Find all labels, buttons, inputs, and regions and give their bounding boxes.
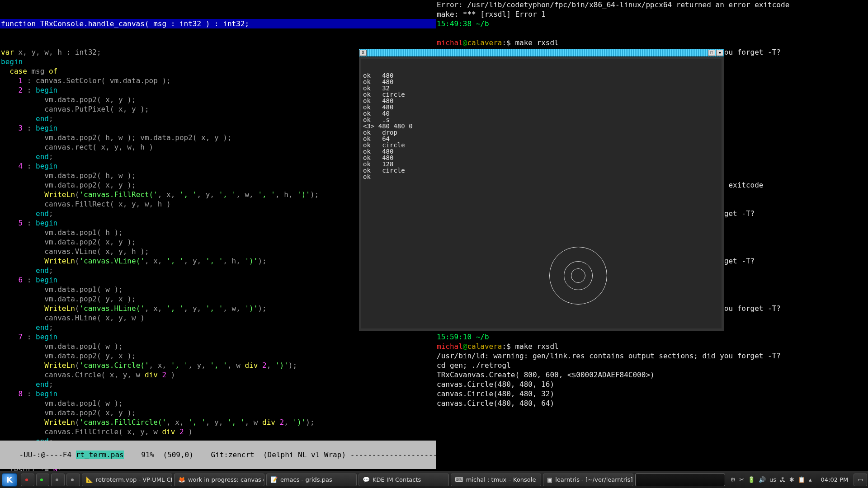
tray-battery-icon[interactable]: 🔋	[748, 476, 755, 483]
sdl-canvas	[361, 59, 722, 328]
tray-expand-icon[interactable]: ▴	[809, 476, 812, 483]
drawn-circle	[549, 247, 607, 305]
task-button[interactable]: 📝emacs - grids.pas	[266, 474, 357, 486]
task-button[interactable]: 📐retroterm.vpp - VP-UML CE (	[82, 474, 172, 486]
tray-kbd-layout[interactable]: us	[769, 476, 776, 483]
quicklaunch-1[interactable]	[21, 474, 34, 486]
status-filename: rt_term.pas	[76, 450, 124, 459]
tray-network-icon[interactable]: 🖧	[780, 476, 786, 483]
task-button[interactable]: ⌨michal : tmux – Konsole	[451, 474, 541, 486]
status-left: -UU-:@----F4	[19, 450, 76, 459]
tray-clipboard-icon[interactable]: 📋	[798, 476, 805, 483]
editor-statusbar: -UU-:@----F4 rt_term.pas 91% (509,0) Git…	[0, 441, 436, 469]
sdl-window[interactable]: X □ ▾ ok 480 ok 480 ok 32 ok circle ok 4…	[358, 48, 725, 332]
system-tray[interactable]: ⚙ ✂ 🔋 🔊 us 🖧 ✱ 📋 ▴	[726, 476, 816, 483]
sdl-client: ok 480 ok 480 ok 32 ok circle ok 480 ok …	[361, 59, 722, 328]
editor-header: function TRxConsole.handle_canvas( msg :…	[0, 19, 436, 28]
task-button[interactable]: 🦊work in progress: canvas dev	[174, 474, 264, 486]
sdl-titlebar[interactable]: X □ ▾	[359, 49, 724, 57]
kde-menu-button[interactable]: K	[2, 473, 17, 487]
quicklaunch-2[interactable]	[36, 474, 50, 486]
task-button[interactable]: 💬KDE IM Contacts	[359, 474, 449, 486]
maximize-icon[interactable]: □	[708, 50, 715, 56]
minimize-icon[interactable]: ▾	[716, 50, 723, 56]
taskbar[interactable]: K 📐retroterm.vpp - VP-UML CE (🦊work in p…	[0, 471, 868, 488]
tray-bluetooth-icon[interactable]: ✱	[789, 476, 794, 483]
tray-scissors-icon[interactable]: ✂	[739, 476, 744, 483]
quicklaunch-3[interactable]	[51, 474, 65, 486]
task-button[interactable]: ▣learntris - [~/ver/learntris] -	[543, 474, 633, 486]
quicklaunch-4[interactable]	[66, 474, 80, 486]
taskbar-clock[interactable]: 04:02 PM	[821, 476, 849, 483]
tray-volume-icon[interactable]: 🔊	[759, 476, 766, 483]
task-active[interactable]	[635, 474, 725, 486]
show-desktop-button[interactable]: ▭	[854, 474, 867, 486]
tray-settings-icon[interactable]: ⚙	[731, 476, 736, 483]
close-icon[interactable]: X	[359, 50, 367, 56]
